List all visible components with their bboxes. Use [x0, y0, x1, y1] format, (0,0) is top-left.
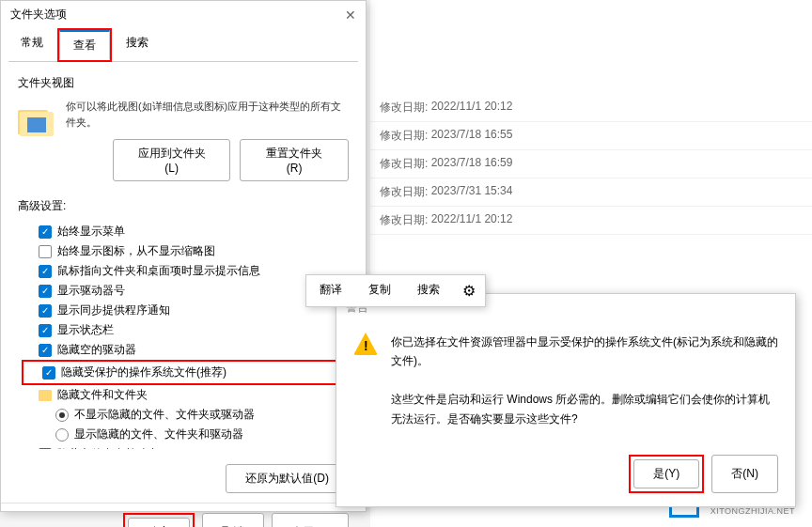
close-icon[interactable]: ✕ — [345, 8, 356, 23]
checkbox-icon[interactable] — [39, 324, 52, 337]
checkbox-icon[interactable] — [39, 285, 52, 298]
date-label: 修改日期: — [380, 156, 428, 172]
tree-item[interactable]: 显示隐藏的文件、文件夹和驱动器 — [22, 425, 349, 444]
watermark-url: XITONGZHIJIA.NET — [710, 506, 795, 516]
view-section-label: 文件夹视图 — [18, 75, 349, 91]
date-value: 2022/11/1 20:12 — [431, 212, 513, 228]
file-row[interactable]: 修改日期: 2022/11/1 20:12 — [370, 94, 812, 122]
date-label: 修改日期: — [380, 100, 428, 116]
tree-item-label: 隐藏文件夹合并冲突 — [57, 446, 159, 449]
apply-to-folders-button[interactable]: 应用到文件夹(L) — [113, 139, 230, 181]
ctx-search[interactable]: 搜索 — [404, 275, 453, 306]
tab-general[interactable]: 常规 — [7, 28, 57, 62]
tree-item-label: 鼠标指向文件夹和桌面项时显示提示信息 — [57, 263, 260, 279]
tab-search[interactable]: 搜索 — [112, 28, 163, 62]
ctx-copy[interactable]: 复制 — [355, 275, 404, 306]
folder-options-dialog: 文件夹选项 ✕ 常规 查看 搜索 文件夹视图 你可以将此视图(如详细信息或图标)… — [0, 0, 367, 512]
checkbox-icon[interactable] — [39, 245, 52, 258]
tabs: 常规 查看 搜索 — [1, 28, 366, 62]
date-value: 2022/11/1 20:12 — [431, 100, 513, 116]
checkbox-icon[interactable] — [39, 304, 52, 318]
tree-item[interactable]: 始终显示菜单 — [22, 222, 349, 241]
tree-item-label: 隐藏空的驱动器 — [57, 342, 136, 358]
view-description: 你可以将此视图(如详细信息或图标)应用于这种类型的所有文件夹。 — [66, 99, 349, 130]
tree-item[interactable]: 不显示隐藏的文件、文件夹或驱动器 — [22, 405, 349, 425]
tree-item-label: 隐藏文件和文件夹 — [57, 387, 148, 403]
warning-dialog: 警告 ! 你已选择在文件资源管理器中显示受保护的操作系统文件(标记为系统和隐藏的… — [336, 293, 796, 507]
tree-item-label: 始终显示图标，从不显示缩略图 — [57, 243, 215, 259]
file-row[interactable]: 修改日期: 2022/11/1 20:12 — [370, 207, 812, 235]
advanced-label: 高级设置: — [18, 198, 349, 214]
warning-line2: 这些文件是启动和运行 Windows 所必需的。删除或编辑它们会使你的计算机无法… — [391, 390, 778, 428]
checkbox-icon[interactable] — [39, 344, 52, 357]
restore-defaults-button[interactable]: 还原为默认值(D) — [226, 464, 349, 493]
ok-button[interactable]: 确定 — [128, 518, 190, 527]
reset-folders-button[interactable]: 重置文件夹(R) — [240, 139, 349, 181]
tree-item[interactable]: 显示状态栏 — [22, 320, 349, 340]
tree-item-label: 显示状态栏 — [57, 322, 114, 338]
checkbox-icon[interactable] — [39, 448, 52, 450]
tab-view[interactable]: 查看 — [59, 30, 110, 60]
tree-item-label: 始终显示菜单 — [57, 224, 125, 240]
tree-item[interactable]: 显示同步提供程序通知 — [22, 301, 349, 320]
date-label: 修改日期: — [380, 184, 428, 200]
folder-icon — [18, 102, 53, 136]
tree-item[interactable]: 显示驱动器号 — [22, 281, 349, 301]
yes-button[interactable]: 是(Y) — [633, 459, 699, 488]
warning-text: 你已选择在文件资源管理器中显示受保护的操作系统文件(标记为系统和隐藏的文件)。 … — [391, 333, 778, 428]
tree-item-label: 显示隐藏的文件、文件夹和驱动器 — [74, 426, 243, 442]
tree-item[interactable]: 隐藏文件夹合并冲突 — [22, 444, 349, 449]
checkbox-icon[interactable] — [39, 265, 52, 278]
warning-line1: 你已选择在文件资源管理器中显示受保护的操作系统文件(标记为系统和隐藏的文件)。 — [391, 333, 778, 371]
tree-item[interactable]: 隐藏空的驱动器 — [22, 340, 349, 360]
date-value: 2023/7/18 16:59 — [431, 156, 513, 172]
tree-item-label: 隐藏受保护的操作系统文件(推荐) — [61, 364, 226, 380]
gear-icon[interactable]: ⚙ — [453, 275, 485, 306]
tree-item-label: 显示同步提供程序通知 — [57, 302, 170, 318]
ctx-translate[interactable]: 翻译 — [306, 275, 355, 306]
folder-icon — [39, 390, 52, 401]
tree-item[interactable]: 隐藏受保护的操作系统文件(推荐) — [25, 363, 345, 382]
checkbox-icon[interactable] — [42, 366, 55, 380]
date-value: 2023/7/18 16:55 — [431, 128, 513, 144]
tree-item[interactable]: 鼠标指向文件夹和桌面项时显示提示信息 — [22, 261, 349, 281]
file-row[interactable]: 修改日期: 2023/7/31 15:34 — [370, 178, 812, 207]
dialog-title: 文件夹选项 — [10, 7, 67, 23]
date-label: 修改日期: — [380, 212, 428, 228]
warning-icon: ! — [353, 333, 378, 357]
file-row[interactable]: 修改日期: 2023/7/18 16:55 — [370, 122, 812, 150]
date-value: 2023/7/31 15:34 — [431, 184, 513, 200]
apply-button[interactable]: 应用(A) — [272, 513, 349, 527]
context-menu: 翻译 复制 搜索 ⚙ — [305, 274, 486, 307]
tree-item[interactable]: 隐藏文件和文件夹 — [22, 385, 349, 405]
tree-item-label: 显示驱动器号 — [57, 283, 125, 299]
title-bar: 文件夹选项 ✕ — [1, 1, 366, 28]
cancel-button[interactable]: 取消 — [202, 513, 264, 527]
radio-icon[interactable] — [55, 428, 69, 442]
tree-item-label: 不显示隐藏的文件、文件夹或驱动器 — [74, 407, 255, 423]
file-row[interactable]: 修改日期: 2023/7/18 16:59 — [370, 150, 812, 178]
radio-icon[interactable] — [55, 409, 69, 422]
checkbox-icon[interactable] — [39, 225, 52, 239]
tree-item[interactable]: 始终显示图标，从不显示缩略图 — [22, 241, 349, 261]
date-label: 修改日期: — [380, 128, 428, 144]
no-button[interactable]: 否(N) — [711, 455, 778, 493]
advanced-tree[interactable]: 始终显示菜单始终显示图标，从不显示缩略图鼠标指向文件夹和桌面项时显示提示信息显示… — [18, 222, 349, 449]
